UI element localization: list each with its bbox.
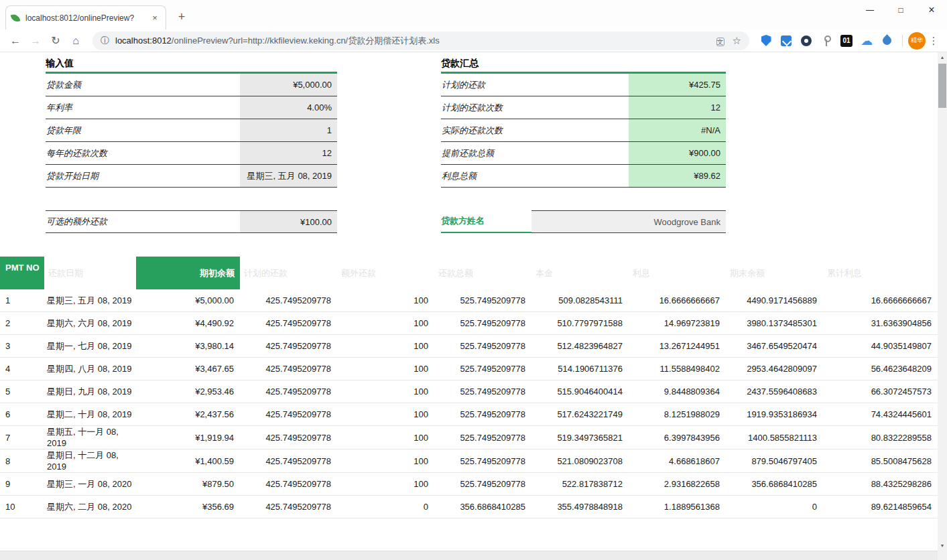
cell-payment-date: 星期三, 五月 08, 2019 (44, 295, 136, 306)
cell-total-payment: 525.7495209778 (434, 409, 531, 419)
anchor-extension-icon[interactable] (816, 31, 836, 50)
kkfileview-leaf-icon (11, 13, 21, 23)
header-pmt-no: PMT NO (0, 257, 44, 289)
cell-payment-date: 星期三, 一月 08, 2020 (44, 478, 136, 490)
horizontal-scrollbar[interactable] (0, 551, 938, 560)
cell-principal: 514.1906711376 (531, 364, 629, 374)
cell-end-balance: 2437.5596408683 (726, 387, 823, 397)
cloud-extension-icon[interactable]: ☁ (857, 31, 877, 50)
cell-begin-balance: ¥5,000.00 (136, 295, 240, 305)
cell-principal: 519.3497365821 (531, 433, 629, 443)
cell-total-payment: 525.7495209778 (434, 364, 531, 374)
toolbar-separator (902, 35, 903, 47)
close-button[interactable]: × (916, 0, 947, 20)
table-row: 8 星期日, 十二月 08, 2019 ¥1,400.59 425.749520… (0, 449, 938, 473)
cell-interest: 11.5588498402 (629, 364, 726, 374)
url-host: localhost:8012 (115, 36, 172, 46)
summary-row: 利息总额 ¥89.62 (441, 165, 726, 188)
cell-total-payment: 356.6868410285 (434, 502, 531, 512)
cell-payment-date: 星期六, 二月 08, 2020 (44, 501, 136, 512)
input-rows: 贷款金额 ¥5,000.00 年利率 4.00% 贷款年限 1 每年的 (46, 74, 337, 188)
cell-scheduled-payment: 425.7495209778 (240, 341, 337, 351)
url-text[interactable]: localhost:8012/onlinePreview?url=http://… (115, 35, 708, 47)
cell-end-balance: 1400.5855821113 (726, 433, 823, 443)
extensions-area: 01 ☁ 精华 ⋮ (756, 31, 942, 50)
input-values-section: 输入值 贷款金额 ¥5,000.00 年利率 4.00% 贷款年限 (46, 56, 337, 233)
summary-label: 计划的还款次数 (441, 96, 629, 119)
forward-icon[interactable]: → (25, 35, 46, 47)
cell-begin-balance: ¥1,400.59 (136, 456, 240, 466)
cell-scheduled-payment: 425.7495209778 (240, 502, 337, 512)
bookmark-star-icon[interactable]: ☆ (733, 35, 741, 47)
tab-close-icon[interactable]: × (149, 13, 160, 23)
cell-payment-date: 星期二, 十月 08, 2019 (44, 409, 136, 420)
cell-extra-payment: 100 (337, 295, 434, 305)
maximize-button[interactable]: □ (885, 0, 916, 20)
cell-pmt-no: 8 (0, 456, 44, 466)
cell-principal: 517.6243221749 (531, 409, 629, 419)
cell-begin-balance: ¥879.50 (136, 479, 240, 489)
browser-tab[interactable]: localhost:8012/onlinePreview? × (5, 5, 166, 29)
cell-pmt-no: 4 (0, 364, 44, 374)
table-row: 4 星期四, 八月 08, 2019 ¥3,467.65 425.7495209… (0, 358, 938, 380)
bird-extension-icon[interactable] (877, 31, 897, 50)
amortization-table: PMT NO 还款日期 期初余额 计划的还款 额外还款 还款总额 本金 利息 期… (0, 257, 938, 518)
cell-cumulative-interest: 16.6666666667 (823, 295, 938, 305)
cell-interest: 8.1251988029 (629, 409, 726, 419)
summary-value-cell: ¥425.75 (629, 74, 726, 96)
cell-scheduled-payment: 425.7495209778 (240, 433, 337, 443)
summary-label: 利息总额 (441, 165, 629, 187)
cell-pmt-no: 2 (0, 318, 44, 328)
summary-section-title: 贷款汇总 (441, 56, 726, 70)
cell-principal: 522.817838712 (531, 479, 629, 489)
file-preview-content: 输入值 贷款金额 ¥5,000.00 年利率 4.00% 贷款年限 (0, 52, 938, 551)
cell-cumulative-interest: 89.6214859654 (823, 502, 938, 512)
summary-value-cell: ¥89.62 (629, 165, 726, 187)
input-row: 贷款金额 ¥5,000.00 (46, 74, 337, 96)
browser-menu-icon[interactable]: ⋮ (926, 35, 942, 47)
home-icon[interactable]: ⌂ (66, 35, 86, 47)
onetab-extension-icon[interactable]: 01 (836, 31, 857, 50)
vertical-scroll-thumb[interactable] (938, 64, 946, 108)
cell-end-balance: 0 (726, 502, 823, 512)
cell-extra-payment: 100 (337, 341, 434, 351)
address-bar[interactable]: ⓘ localhost:8012/onlinePreview?url=http:… (92, 31, 749, 50)
translate-extension-icon[interactable] (776, 31, 796, 50)
summary-label: 实际的还款次数 (441, 119, 629, 141)
site-info-icon[interactable]: ⓘ (101, 35, 109, 47)
proxy-ring-icon[interactable] (796, 31, 816, 50)
new-tab-button[interactable]: + (173, 9, 190, 26)
cell-payment-date: 星期四, 八月 08, 2019 (44, 363, 136, 374)
vertical-scrollbar[interactable]: ▲ ▼ (938, 52, 947, 551)
cell-total-payment: 525.7495209778 (434, 456, 531, 466)
cell-principal: 515.9046400414 (531, 387, 629, 397)
table-row: 1 星期三, 五月 08, 2019 ¥5,000.00 425.7495209… (0, 289, 938, 312)
cell-principal: 509.0828543111 (531, 295, 629, 305)
cell-total-payment: 525.7495209778 (434, 295, 531, 305)
cell-total-payment: 525.7495209778 (434, 433, 531, 443)
translate-icon[interactable]: 文 (716, 35, 724, 47)
cell-interest: 1.1889561368 (629, 502, 726, 512)
cell-extra-payment: 100 (337, 387, 434, 397)
blank-row (441, 188, 726, 210)
cell-pmt-no: 9 (0, 479, 44, 489)
profile-avatar[interactable]: 精华 (908, 32, 926, 50)
reload-icon[interactable]: ↻ (46, 34, 66, 47)
back-icon[interactable]: ← (5, 35, 25, 47)
minimize-button[interactable]: — (855, 0, 885, 20)
cell-pmt-no: 7 (0, 433, 44, 443)
input-label: 贷款年限 (46, 119, 240, 141)
extra-payment-row: 可选的额外还款 ¥100.00 (46, 210, 337, 233)
cell-begin-balance: ¥1,919.94 (136, 433, 240, 443)
scroll-up-icon[interactable]: ▲ (938, 52, 947, 62)
browser-window: localhost:8012/onlinePreview? × + — □ × … (0, 0, 947, 560)
cell-end-balance: 879.5046797405 (726, 456, 823, 466)
cell-interest: 2.9316822658 (629, 479, 726, 489)
summary-value-cell: ¥900.00 (629, 142, 726, 164)
shield-extension-icon[interactable] (756, 31, 776, 50)
input-section-title: 输入值 (46, 56, 337, 70)
summary-rows: 计划的还款 ¥425.75 计划的还款次数 12 实际的还款次数 #N/A (441, 74, 726, 188)
scroll-down-icon[interactable]: ▼ (938, 541, 947, 551)
cell-scheduled-payment: 425.7495209778 (240, 479, 337, 489)
cell-pmt-no: 3 (0, 341, 44, 351)
